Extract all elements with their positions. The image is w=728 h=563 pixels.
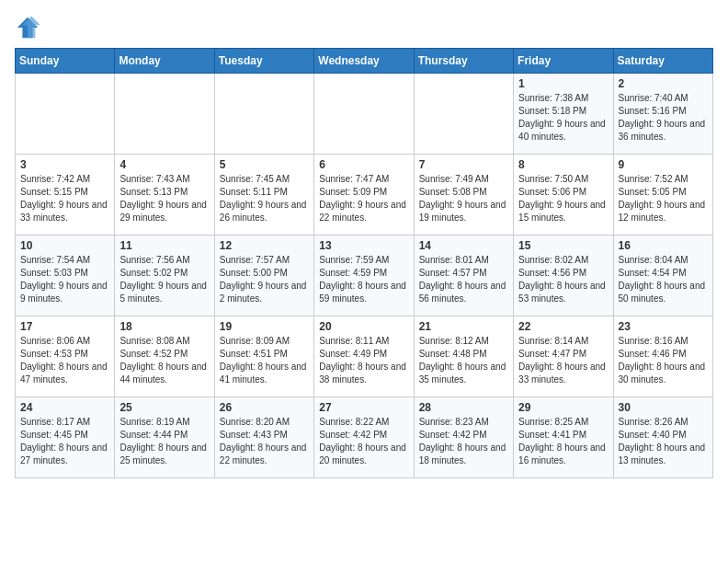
day-info: Sunrise: 8:16 AM Sunset: 4:46 PM Dayligh… [619, 335, 708, 386]
calendar-cell: 23Sunrise: 8:16 AM Sunset: 4:46 PM Dayli… [613, 316, 712, 397]
day-info: Sunrise: 7:43 AM Sunset: 5:13 PM Dayligh… [119, 173, 209, 224]
day-number: 24 [20, 401, 109, 414]
day-info: Sunrise: 8:06 AM Sunset: 4:53 PM Dayligh… [20, 335, 109, 386]
day-number: 5 [220, 158, 309, 171]
calendar-cell: 1Sunrise: 7:38 AM Sunset: 5:18 PM Daylig… [514, 74, 613, 155]
day-info: Sunrise: 7:50 AM Sunset: 5:06 PM Dayligh… [518, 173, 608, 224]
calendar-cell: 14Sunrise: 8:01 AM Sunset: 4:57 PM Dayli… [414, 236, 513, 316]
day-info: Sunrise: 8:09 AM Sunset: 4:51 PM Dayligh… [220, 335, 309, 386]
weekday-header-wednesday: Wednesday [314, 49, 414, 74]
calendar-cell: 2Sunrise: 7:40 AM Sunset: 5:16 PM Daylig… [613, 74, 712, 155]
day-info: Sunrise: 7:52 AM Sunset: 5:05 PM Dayligh… [619, 173, 708, 224]
calendar-cell: 11Sunrise: 7:56 AM Sunset: 5:02 PM Dayli… [115, 236, 214, 316]
day-number: 3 [20, 158, 109, 171]
day-info: Sunrise: 8:04 AM Sunset: 4:54 PM Dayligh… [619, 254, 708, 305]
day-info: Sunrise: 7:42 AM Sunset: 5:15 PM Dayligh… [20, 173, 109, 224]
day-number: 18 [119, 320, 209, 333]
calendar-cell: 21Sunrise: 8:12 AM Sunset: 4:48 PM Dayli… [414, 316, 513, 397]
day-number: 13 [319, 239, 408, 252]
calendar-cell: 7Sunrise: 7:49 AM Sunset: 5:08 PM Daylig… [414, 155, 513, 236]
calendar-cell [314, 74, 414, 155]
day-number: 30 [619, 401, 708, 414]
calendar-cell: 13Sunrise: 7:59 AM Sunset: 4:59 PM Dayli… [314, 236, 414, 316]
calendar-cell: 22Sunrise: 8:14 AM Sunset: 4:47 PM Dayli… [514, 316, 613, 397]
day-info: Sunrise: 8:19 AM Sunset: 4:44 PM Dayligh… [119, 416, 209, 467]
day-number: 11 [119, 239, 209, 252]
day-number: 27 [319, 401, 408, 414]
day-number: 7 [419, 158, 508, 171]
day-number: 12 [220, 239, 309, 252]
day-number: 21 [419, 320, 508, 333]
calendar-header: SundayMondayTuesdayWednesdayThursdayFrid… [16, 49, 713, 74]
week-row-5: 24Sunrise: 8:17 AM Sunset: 4:45 PM Dayli… [16, 397, 713, 478]
calendar-cell: 3Sunrise: 7:42 AM Sunset: 5:15 PM Daylig… [16, 155, 115, 236]
calendar-body: 1Sunrise: 7:38 AM Sunset: 5:18 PM Daylig… [16, 74, 713, 478]
day-info: Sunrise: 8:17 AM Sunset: 4:45 PM Dayligh… [20, 416, 109, 467]
day-number: 19 [220, 320, 309, 333]
calendar-cell [414, 74, 513, 155]
day-info: Sunrise: 8:02 AM Sunset: 4:56 PM Dayligh… [518, 254, 608, 305]
day-number: 17 [20, 320, 109, 333]
calendar-table: SundayMondayTuesdayWednesdayThursdayFrid… [15, 48, 713, 478]
day-info: Sunrise: 7:56 AM Sunset: 5:02 PM Dayligh… [119, 254, 209, 305]
calendar-cell: 16Sunrise: 8:04 AM Sunset: 4:54 PM Dayli… [613, 236, 712, 316]
week-row-3: 10Sunrise: 7:54 AM Sunset: 5:03 PM Dayli… [16, 236, 713, 316]
day-info: Sunrise: 8:25 AM Sunset: 4:41 PM Dayligh… [518, 416, 608, 467]
weekday-header-row: SundayMondayTuesdayWednesdayThursdayFrid… [16, 49, 713, 74]
calendar-cell: 28Sunrise: 8:23 AM Sunset: 4:42 PM Dayli… [414, 397, 513, 478]
day-info: Sunrise: 8:26 AM Sunset: 4:40 PM Dayligh… [619, 416, 708, 467]
day-info: Sunrise: 7:45 AM Sunset: 5:11 PM Dayligh… [220, 173, 309, 224]
weekday-header-friday: Friday [514, 49, 613, 74]
day-info: Sunrise: 8:20 AM Sunset: 4:43 PM Dayligh… [220, 416, 309, 467]
weekday-header-tuesday: Tuesday [214, 49, 313, 74]
calendar-cell: 27Sunrise: 8:22 AM Sunset: 4:42 PM Dayli… [314, 397, 414, 478]
day-info: Sunrise: 8:11 AM Sunset: 4:49 PM Dayligh… [319, 335, 408, 386]
day-info: Sunrise: 7:57 AM Sunset: 5:00 PM Dayligh… [220, 254, 309, 305]
day-info: Sunrise: 7:47 AM Sunset: 5:09 PM Dayligh… [319, 173, 408, 224]
day-number: 23 [619, 320, 708, 333]
day-number: 26 [220, 401, 309, 414]
calendar-cell: 17Sunrise: 8:06 AM Sunset: 4:53 PM Dayli… [16, 316, 115, 397]
day-number: 29 [518, 401, 608, 414]
day-number: 10 [20, 239, 109, 252]
logo-icon [15, 15, 40, 40]
day-info: Sunrise: 7:38 AM Sunset: 5:18 PM Dayligh… [518, 92, 608, 144]
weekday-header-saturday: Saturday [613, 49, 712, 74]
day-number: 15 [518, 239, 608, 252]
calendar-cell: 15Sunrise: 8:02 AM Sunset: 4:56 PM Dayli… [514, 236, 613, 316]
calendar-cell: 9Sunrise: 7:52 AM Sunset: 5:05 PM Daylig… [613, 155, 712, 236]
day-number: 4 [119, 158, 209, 171]
week-row-1: 1Sunrise: 7:38 AM Sunset: 5:18 PM Daylig… [16, 74, 713, 155]
day-number: 6 [319, 158, 408, 171]
weekday-header-monday: Monday [115, 49, 214, 74]
day-info: Sunrise: 8:14 AM Sunset: 4:47 PM Dayligh… [518, 335, 608, 386]
day-info: Sunrise: 8:22 AM Sunset: 4:42 PM Dayligh… [319, 416, 408, 467]
page-header [15, 15, 713, 40]
day-info: Sunrise: 8:01 AM Sunset: 4:57 PM Dayligh… [419, 254, 508, 305]
logo [15, 15, 44, 40]
calendar-cell: 5Sunrise: 7:45 AM Sunset: 5:11 PM Daylig… [214, 155, 313, 236]
day-number: 20 [319, 320, 408, 333]
calendar-cell: 6Sunrise: 7:47 AM Sunset: 5:09 PM Daylig… [314, 155, 414, 236]
calendar-cell: 29Sunrise: 8:25 AM Sunset: 4:41 PM Dayli… [514, 397, 613, 478]
calendar-cell: 12Sunrise: 7:57 AM Sunset: 5:00 PM Dayli… [214, 236, 313, 316]
calendar-cell: 8Sunrise: 7:50 AM Sunset: 5:06 PM Daylig… [514, 155, 613, 236]
day-number: 1 [518, 77, 608, 90]
day-info: Sunrise: 7:40 AM Sunset: 5:16 PM Dayligh… [619, 92, 708, 144]
calendar-cell [16, 74, 115, 155]
calendar-cell: 4Sunrise: 7:43 AM Sunset: 5:13 PM Daylig… [115, 155, 214, 236]
day-number: 8 [518, 158, 608, 171]
calendar-cell: 26Sunrise: 8:20 AM Sunset: 4:43 PM Dayli… [214, 397, 313, 478]
day-number: 28 [419, 401, 508, 414]
calendar-cell: 20Sunrise: 8:11 AM Sunset: 4:49 PM Dayli… [314, 316, 414, 397]
day-number: 25 [119, 401, 209, 414]
day-info: Sunrise: 7:49 AM Sunset: 5:08 PM Dayligh… [419, 173, 508, 224]
day-number: 22 [518, 320, 608, 333]
day-number: 2 [619, 77, 708, 90]
day-number: 9 [619, 158, 708, 171]
weekday-header-thursday: Thursday [414, 49, 513, 74]
calendar-cell [214, 74, 313, 155]
calendar-cell: 25Sunrise: 8:19 AM Sunset: 4:44 PM Dayli… [115, 397, 214, 478]
week-row-4: 17Sunrise: 8:06 AM Sunset: 4:53 PM Dayli… [16, 316, 713, 397]
weekday-header-sunday: Sunday [16, 49, 115, 74]
